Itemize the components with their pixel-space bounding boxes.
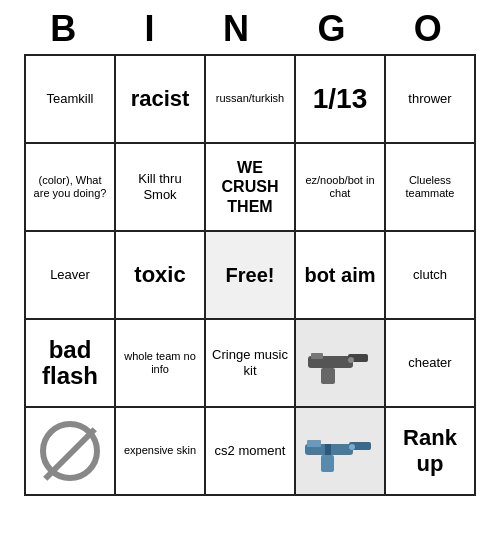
cell-r4c1: bad flash	[26, 320, 116, 408]
title-b: B	[50, 8, 84, 50]
cell-r3c4: bot aim	[296, 232, 386, 320]
gun1-icon	[303, 336, 378, 391]
cell-r5c5: Rank up	[386, 408, 476, 496]
cell-r2c2-text: Kill thru Smok	[120, 171, 200, 202]
cell-r5c2: expensive skin	[116, 408, 206, 496]
cell-r3c2: toxic	[116, 232, 206, 320]
cell-r3c5: clutch	[386, 232, 476, 320]
cell-r3c3: Free!	[206, 232, 296, 320]
cell-r3c1: Leaver	[26, 232, 116, 320]
gun2-icon	[301, 422, 379, 480]
svg-point-4	[348, 357, 354, 363]
cell-r4c5-text: cheater	[408, 355, 451, 371]
cell-r1c3: russan/turkish	[206, 56, 296, 144]
cell-r5c4	[296, 408, 386, 496]
cell-r2c5: Clueless teammate	[386, 144, 476, 232]
cell-r4c1-text: bad flash	[30, 337, 110, 390]
cell-r1c4: 1/13	[296, 56, 386, 144]
title-i: I	[145, 8, 163, 50]
title-g: G	[317, 8, 353, 50]
cell-r1c1-text: Teamkill	[47, 91, 94, 107]
bingo-title: B I N G O	[20, 0, 480, 54]
cell-r5c3-text: cs2 moment	[215, 443, 286, 459]
cell-r5c3: cs2 moment	[206, 408, 296, 496]
cell-r3c5-text: clutch	[413, 267, 447, 283]
cell-r2c4: ez/noob/bot in chat	[296, 144, 386, 232]
cell-r5c5-text: Rank up	[390, 425, 470, 478]
cell-r1c5: thrower	[386, 56, 476, 144]
svg-rect-2	[321, 368, 335, 384]
cell-r4c2-text: whole team no info	[120, 350, 200, 376]
svg-rect-8	[307, 440, 321, 447]
svg-rect-3	[311, 353, 323, 359]
cell-r4c3-text: Cringe music kit	[210, 347, 290, 378]
cell-r2c3-text: WE CRUSH THEM	[210, 158, 290, 216]
cell-r3c4-text: bot aim	[304, 263, 375, 287]
cell-r1c4-text: 1/13	[313, 82, 368, 116]
cell-r1c5-text: thrower	[408, 91, 451, 107]
cell-r2c5-text: Clueless teammate	[390, 174, 470, 200]
bingo-grid: Teamkill racist russan/turkish 1/13 thro…	[24, 54, 476, 496]
no-symbol-icon	[40, 421, 100, 481]
cell-r3c2-text: toxic	[134, 262, 185, 288]
title-n: N	[223, 8, 257, 50]
svg-rect-10	[325, 444, 331, 455]
cell-r3c1-text: Leaver	[50, 267, 90, 283]
cell-r4c3: Cringe music kit	[206, 320, 296, 408]
svg-point-9	[349, 444, 355, 450]
cell-r1c2: racist	[116, 56, 206, 144]
cell-r4c5: cheater	[386, 320, 476, 408]
svg-rect-7	[321, 455, 334, 472]
cell-r2c4-text: ez/noob/bot in chat	[300, 174, 380, 200]
cell-r3c3-text: Free!	[226, 263, 275, 287]
cell-r1c2-text: racist	[131, 86, 190, 112]
cell-r2c1-text: (color), What are you doing?	[30, 174, 110, 200]
cell-r1c3-text: russan/turkish	[216, 92, 284, 105]
cell-r2c2: Kill thru Smok	[116, 144, 206, 232]
cell-r2c3: WE CRUSH THEM	[206, 144, 296, 232]
cell-r5c1	[26, 408, 116, 496]
cell-r4c4	[296, 320, 386, 408]
cell-r4c2: whole team no info	[116, 320, 206, 408]
cell-r2c1: (color), What are you doing?	[26, 144, 116, 232]
cell-r1c1: Teamkill	[26, 56, 116, 144]
cell-r5c2-text: expensive skin	[124, 444, 196, 457]
title-o: O	[414, 8, 450, 50]
